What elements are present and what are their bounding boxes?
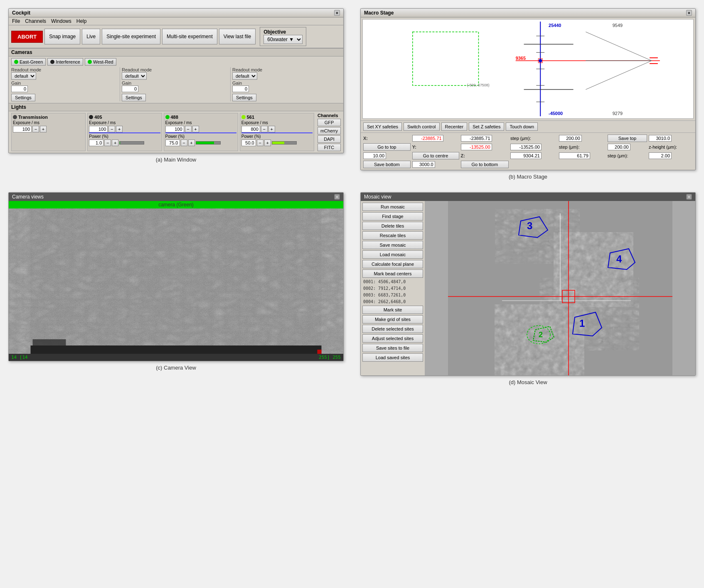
exp-plus-488[interactable]: + [192,126,199,132]
go-to-centre-btn[interactable]: Go to centre [412,152,459,159]
save-sites-btn[interactable]: Save sites to file [362,344,423,352]
light-col-561: 561 Exposure / ms − + Power (%) [240,113,314,151]
multi-site-button[interactable]: Multi-site experiment [162,29,217,44]
delete-selected-sites-btn[interactable]: Delete selected sites [362,325,423,333]
menu-file[interactable]: File [12,18,20,24]
power-input-405[interactable] [89,140,103,146]
make-grid-btn[interactable]: Make grid of sites [362,315,423,323]
mosaic-close[interactable]: × [686,194,692,200]
svg-rect-25 [33,339,66,345]
svg-text:-45000: -45000 [549,111,563,116]
channel-mcherry[interactable]: mCherry [318,127,341,135]
rescale-tiles-btn[interactable]: Rescale tiles [362,231,423,240]
calc-focal-plane-btn[interactable]: Calculate focal plane [362,260,423,268]
x-step-input[interactable] [559,135,582,142]
camera-view-tab[interactable]: camera (Green) [9,201,343,208]
exp-input-488[interactable] [165,126,184,132]
mark-site-btn[interactable]: Mark site [362,306,423,314]
gain-input-1[interactable] [11,86,28,92]
svg-rect-26 [318,350,322,354]
x-coord-input[interactable] [412,135,443,142]
y-coord-input[interactable] [461,144,492,150]
exp-plus-405[interactable]: + [116,126,123,132]
load-mosaic-btn[interactable]: Load mosaic [362,250,423,259]
exp-input-transmission[interactable] [13,126,32,132]
menu-help[interactable]: Help [76,18,87,24]
menu-channels[interactable]: Channels [25,18,46,24]
svg-text:9279: 9279 [613,111,623,116]
power-minus-561[interactable]: − [257,140,263,146]
live-button[interactable]: Live [82,29,100,44]
camera-tab-west-red[interactable]: West-Red [85,58,116,66]
gain-input-3[interactable] [232,86,249,92]
exp-plus-transmission[interactable]: + [40,126,47,132]
run-mosaic-btn[interactable]: Run mosaic [362,203,423,211]
save-top-btn[interactable]: Save top [608,135,647,142]
exp-plus-561[interactable]: + [268,126,275,132]
camera-tab-interference[interactable]: Interference [47,58,83,66]
save-top-val[interactable] [649,135,672,142]
camera-view-caption: (c) Camera View [8,365,344,371]
main-window-close[interactable]: × [334,10,340,16]
switch-control-btn[interactable]: Switch control [404,122,439,131]
z-height-input[interactable] [363,152,386,159]
exp-minus-405[interactable]: − [108,126,115,132]
adjust-selected-sites-btn[interactable]: Adjust selected sites [362,334,423,343]
gain-input-2[interactable] [122,86,138,92]
save-mosaic-btn[interactable]: Save mosaic [362,241,423,249]
load-sites-btn[interactable]: Load saved sites [362,353,423,362]
save-bottom-val[interactable] [412,161,435,168]
svg-text:3: 3 [527,220,532,231]
go-to-bottom-btn[interactable]: Go to bottom [461,161,509,168]
exp-minus-transmission[interactable]: − [32,126,39,132]
view-last-file-button[interactable]: View last file [219,29,256,44]
macro-stage-close[interactable]: × [686,10,692,16]
settings-btn-2[interactable]: Settings [122,94,146,101]
power-plus-488[interactable]: + [188,140,195,146]
channel-dapi[interactable]: DAPI [318,135,341,143]
x-coord-set[interactable] [461,135,492,142]
set-xy-safeties-btn[interactable]: Set XY safeties [363,122,402,131]
exp-minus-488[interactable]: − [185,126,192,132]
find-stage-btn[interactable]: Find stage [362,212,423,220]
single-site-button[interactable]: Single-site experiment [102,29,160,44]
camera-view-close[interactable]: × [334,194,340,200]
exp-minus-561[interactable]: − [261,126,268,132]
recenter-btn[interactable]: Recenter [441,122,468,131]
power-plus-405[interactable]: + [112,140,118,146]
menu-windows[interactable]: Windows [51,18,71,24]
delete-tiles-btn[interactable]: Delete tiles [362,222,423,230]
svg-text:(-500,-67508): (-500,-67508) [467,83,490,87]
snap-image-button[interactable]: Snap image [44,29,80,44]
power-input-488[interactable] [165,140,180,146]
camera-tab-east-green[interactable]: East-Green [11,58,46,66]
touch-down-btn[interactable]: Touch down [506,122,538,131]
mosaic-title: Mosaic view [364,194,391,200]
y-step-input[interactable] [608,144,630,150]
readout-select-1[interactable]: default ▼ [11,72,36,80]
save-bottom-btn[interactable]: Save bottom [363,161,411,168]
abort-button[interactable]: ABORT [11,31,43,43]
y-coord-set[interactable] [510,144,542,150]
go-to-top-btn[interactable]: Go to top [363,143,411,151]
power-minus-405[interactable]: − [104,140,111,146]
mark-bead-centers-btn[interactable]: Mark bead centers [362,270,423,278]
readout-select-2[interactable]: default ▼ [122,72,147,80]
channel-fitc[interactable]: FITC [318,144,341,151]
z-step-input[interactable] [649,152,672,159]
exp-input-405[interactable] [89,126,108,132]
settings-btn-1[interactable]: Settings [11,94,35,101]
power-plus-561[interactable]: + [264,140,271,146]
site-entry-4: 0004: 2662,6468,0 [362,299,423,304]
channel-gfp[interactable]: GFP [318,119,341,126]
objective-select[interactable]: 60xwater ▼ [263,35,303,44]
settings-btn-3[interactable]: Settings [232,94,256,101]
z-coord-input[interactable] [510,152,542,159]
set-z-safeties-btn[interactable]: Set Z safeties [469,122,504,131]
readout-select-3[interactable]: default ▼ [232,72,257,80]
exp-input-561[interactable] [241,126,260,132]
power-minus-488[interactable]: − [181,140,187,146]
mosaic-sidebar: Run mosaic Find stage Delete tiles Resca… [361,201,425,375]
z-coord-set[interactable] [559,152,590,159]
power-input-561[interactable] [241,140,256,146]
